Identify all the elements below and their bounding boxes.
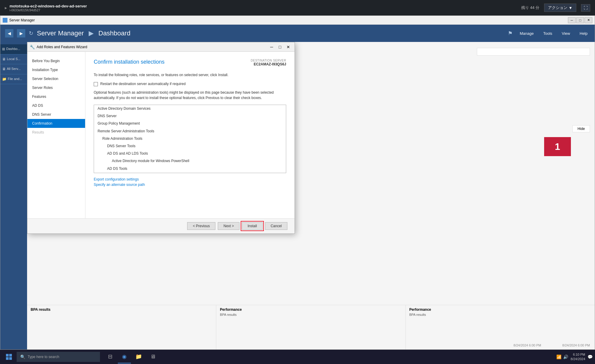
taskview-icon: ⊟ <box>108 353 112 360</box>
wizard-feature-list[interactable]: Active Directory Domain Services DNS Ser… <box>94 105 286 173</box>
wizard-close-button[interactable]: ✕ <box>284 44 292 50</box>
tray-volume-icon[interactable]: 🔊 <box>563 354 568 359</box>
sm-flag-icon[interactable]: ⚑ <box>508 30 513 37</box>
feature-group-policy: Group Policy Management <box>94 120 286 127</box>
tray-network-icon[interactable]: 📶 <box>556 354 561 359</box>
wizard-cancel-button[interactable]: Cancel <box>265 222 287 230</box>
sm-header: ◀ ▶ ↻ Server Manager ▶ Dashboard ⚑ Manag… <box>0 25 595 42</box>
sidebar-item-all-label: All Serv... <box>7 67 21 71</box>
aws-dropdown-arrow-icon: ▼ <box>569 6 572 10</box>
sm-minimize-button[interactable]: ─ <box>568 17 576 23</box>
sm-help-menu[interactable]: Help <box>577 30 590 37</box>
wizard-nav-results[interactable]: Results <box>27 128 85 137</box>
taskbar-app-explorer[interactable]: 📁 <box>132 350 145 363</box>
sm-maximize-button[interactable]: □ <box>576 17 584 23</box>
sm-forward-button[interactable]: ▶ <box>17 29 25 37</box>
wizard-nav-before-you-begin[interactable]: Before You Begin <box>27 57 85 65</box>
wizard-install-button[interactable]: Install <box>242 222 262 230</box>
sm-body: ⊞ Dashbo... 🖥 Local S... 🖥 All Serv... 📁… <box>0 42 595 349</box>
sm-manage-menu[interactable]: Manage <box>517 30 536 37</box>
wizard-dest-label: DESTINATION SERVER <box>251 59 286 62</box>
wizard-restart-row: Restart the destination server automatic… <box>94 82 286 86</box>
svg-rect-2 <box>6 357 9 360</box>
taskbar-time-display: 6:10 PM <box>571 352 585 357</box>
sm-main-area: ◀ ▶ ↻ Server Manager ▶ Dashboard ⚑ Manag… <box>0 25 595 349</box>
sidebar-item-file[interactable]: 📁 File and... <box>0 74 27 84</box>
local-server-icon: 🖥 <box>2 57 6 62</box>
table-col-1: BPA results <box>27 305 216 349</box>
aws-action-label: アクション <box>548 5 567 10</box>
alert-badge: 1 <box>544 137 571 156</box>
wizard-previous-button[interactable]: < Previous <box>187 222 215 230</box>
wizard-nav-server-roles[interactable]: Server Roles <box>27 83 85 92</box>
taskbar-clock[interactable]: 6:10 PM 8/24/2024 <box>571 352 585 362</box>
sm-right-panel <box>477 48 590 56</box>
wizard-nav-installation-type[interactable]: Installation Type <box>27 65 85 74</box>
all-servers-icon: 🖥 <box>2 67 6 72</box>
table-col-2: Performance BPA results <box>216 305 405 349</box>
aws-time-remaining: 残り 44 分 <box>521 5 539 10</box>
feature-rsat: Remote Server Administration Tools <box>94 128 286 135</box>
aws-fullscreen-button[interactable]: ⛶ <box>581 4 590 12</box>
taskbar-app-edge[interactable]: ◉ <box>118 350 131 363</box>
sm-bottom-table: BPA results Performance BPA results Perf… <box>27 305 595 349</box>
sm-view-menu[interactable]: View <box>559 30 572 37</box>
wizard-nav-ad-ds[interactable]: AD DS <box>27 101 85 110</box>
table-col-2-sub: BPA results <box>220 313 402 316</box>
wizard-dest-server: EC2AMAZ-I93QS6J <box>251 62 286 66</box>
sidebar-item-local-server[interactable]: 🖥 Local S... <box>0 54 27 65</box>
sidebar-item-dashboard[interactable]: ⊞ Dashbo... <box>0 44 27 54</box>
taskbar: 🔍 Type here to search ⊟ ◉ 📁 🖥 📶 🔊 6:10 P… <box>0 350 595 364</box>
feature-ad-ds-lds-tools: AD DS and AD LDS Tools <box>94 150 286 157</box>
wizard-controls: ─ □ ✕ <box>268 44 292 50</box>
feature-dns-server: DNS Server <box>94 112 286 120</box>
sidebar-item-local-label: Local S... <box>7 57 21 61</box>
wizard-next-label: Next > <box>223 224 234 228</box>
start-button[interactable] <box>2 350 15 363</box>
sm-window-title: Server Manager <box>9 18 568 22</box>
wizard-previous-label: < Previous <box>193 224 210 228</box>
table-col-3: Performance BPA results <box>406 305 595 349</box>
notification-icon[interactable]: 💬 <box>588 354 593 359</box>
wizard-nav-confirmation[interactable]: Confirmation <box>27 119 85 128</box>
wizard-next-button[interactable]: Next > <box>218 222 239 230</box>
aws-instance-id: i-0633ef015fc94d527 <box>10 8 87 12</box>
sm-refresh-icon[interactable]: ↻ <box>29 30 33 37</box>
wizard-minimize-button[interactable]: ─ <box>268 44 275 50</box>
server-manager-window: Server Manager ─ □ ✕ ◀ ▶ ↻ Server Manage… <box>0 15 595 350</box>
feature-role-admin-tools: Role Administration Tools <box>94 135 286 142</box>
taskbar-app-extra[interactable]: 🖥 <box>146 350 159 363</box>
sm-tools-menu[interactable]: Tools <box>541 30 555 37</box>
aws-top-bar: ▶ mototsuka-ec2-windows-ad-dev-ad-server… <box>0 0 595 15</box>
sm-close-button[interactable]: ✕ <box>585 17 592 23</box>
taskbar-search-box[interactable]: 🔍 Type here to search <box>17 352 100 362</box>
aws-action-button[interactable]: アクション ▼ <box>544 4 576 12</box>
table-col-2-label: Performance <box>220 307 402 312</box>
wizard-restart-checkbox[interactable] <box>94 82 98 86</box>
svg-rect-3 <box>9 357 12 360</box>
sm-window-controls: ─ □ ✕ <box>568 17 592 23</box>
wizard-maximize-button[interactable]: □ <box>276 44 284 50</box>
svg-rect-1 <box>9 354 12 357</box>
taskbar-app-taskview[interactable]: ⊟ <box>104 350 117 363</box>
wizard-export-link[interactable]: Export configuration settings <box>94 177 286 181</box>
taskbar-search-placeholder: Type here to search <box>28 355 59 359</box>
sm-back-button[interactable]: ◀ <box>5 29 13 37</box>
feature-ad-admin-center: Active Directory Administrative Center <box>94 172 286 173</box>
taskbar-pinned-apps: ⊟ ◉ 📁 🖥 <box>104 350 159 363</box>
hide-panel-button[interactable]: Hide <box>572 125 590 132</box>
wizard-nav-features[interactable]: Features <box>27 92 85 101</box>
wizard-alternate-source-link[interactable]: Specify an alternate source path <box>94 183 286 187</box>
sidebar-item-all-servers[interactable]: 🖥 All Serv... <box>0 64 27 74</box>
sm-app-title: Server Manager <box>37 29 84 37</box>
sm-titlebar: Server Manager ─ □ ✕ <box>0 16 595 25</box>
app-icon: 🖥 <box>150 354 156 360</box>
wizard-nav-server-selection[interactable]: Server Selection <box>27 74 85 83</box>
wizard-title: Add Roles and Features Wizard <box>37 45 268 49</box>
table-col-3-label: Performance <box>409 307 591 312</box>
table-col-3-sub: BPA results <box>409 313 591 316</box>
feature-ad-ds: Active Directory Domain Services <box>94 105 286 112</box>
wizard-titlebar: 🔧 Add Roles and Features Wizard ─ □ ✕ <box>27 42 295 52</box>
wizard-nav-dns-server[interactable]: DNS Server <box>27 110 85 119</box>
taskbar-date-display: 8/24/2024 <box>571 357 585 361</box>
